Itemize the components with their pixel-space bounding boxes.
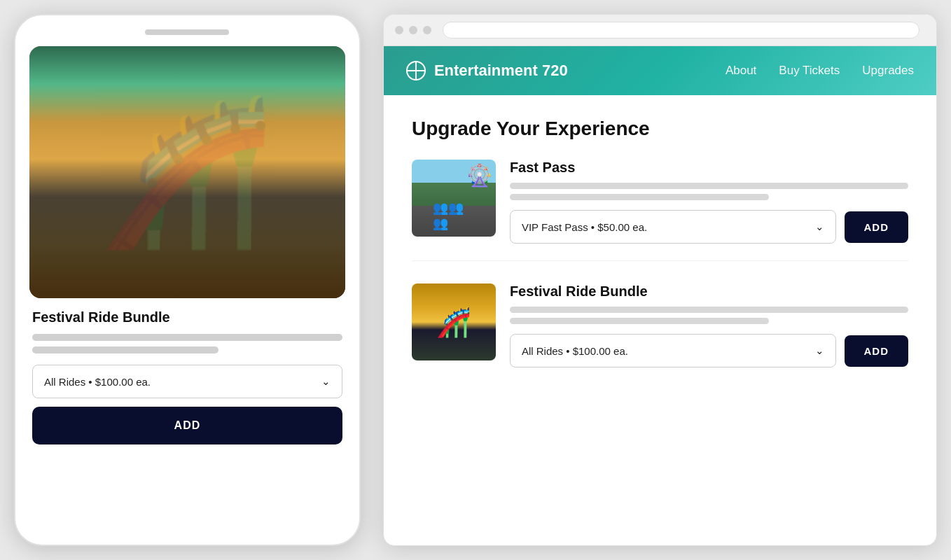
festival-ride-name: Festival Ride Bundle <box>510 284 908 300</box>
chevron-down-icon: ⌄ <box>815 220 824 233</box>
browser-mockup: Entertainment 720 About Buy Tickets Upgr… <box>383 14 937 546</box>
phone-mockup: Festival Ride Bundle All Rides • $100.00… <box>14 14 361 546</box>
phone-dropdown[interactable]: All Rides • $100.00 ea. ⌄ <box>32 365 342 398</box>
fast-pass-desc-line-2 <box>510 194 769 200</box>
nav-link-upgrades[interactable]: Upgrades <box>862 64 914 78</box>
browser-dot-yellow <box>409 26 417 34</box>
phone-desc-line-1 <box>32 334 342 341</box>
app-navbar: Entertainment 720 About Buy Tickets Upgr… <box>384 46 936 95</box>
upgrade-item-fast-pass: Fast Pass VIP Fast Pass • $50.00 ea. ⌄ A… <box>412 160 908 261</box>
fast-pass-dropdown[interactable]: VIP Fast Pass • $50.00 ea. ⌄ <box>510 210 836 244</box>
nav-link-about[interactable]: About <box>726 64 756 78</box>
browser-dot-red <box>395 26 403 34</box>
nav-link-buy-tickets[interactable]: Buy Tickets <box>779 64 840 78</box>
browser-chrome <box>384 15 936 46</box>
browser-dot-green <box>423 26 431 34</box>
globe-icon <box>406 61 426 80</box>
phone-desc-line-2 <box>32 346 218 354</box>
browser-address-bar[interactable] <box>443 22 919 38</box>
fast-pass-details: Fast Pass VIP Fast Pass • $50.00 ea. ⌄ A… <box>510 160 908 244</box>
festival-ride-desc-line-1 <box>510 307 908 313</box>
navbar-brand: Entertainment 720 <box>406 61 568 80</box>
festival-ride-details: Festival Ride Bundle All Rides • $100.00… <box>510 284 908 368</box>
fast-pass-thumbnail <box>412 160 496 237</box>
upgrade-item-festival-ride: Festival Ride Bundle All Rides • $100.00… <box>412 284 908 384</box>
festival-ride-desc-line-2 <box>510 318 769 324</box>
fast-pass-desc-line-1 <box>510 183 908 189</box>
phone-dropdown-value: All Rides • $100.00 ea. <box>44 376 151 388</box>
festival-ride-add-button[interactable]: ADD <box>845 335 909 367</box>
phone-product-content: Festival Ride Bundle All Rides • $100.00… <box>29 298 345 444</box>
fast-pass-add-button[interactable]: ADD <box>845 211 909 243</box>
festival-ride-dropdown[interactable]: All Rides • $100.00 ea. ⌄ <box>510 334 836 368</box>
festival-ride-dropdown-value: All Rides • $100.00 ea. <box>522 345 628 357</box>
chevron-down-icon: ⌄ <box>815 344 824 357</box>
phone-hero-image <box>29 46 345 298</box>
festival-ride-thumbnail <box>412 284 496 360</box>
fast-pass-dropdown-value: VIP Fast Pass • $50.00 ea. <box>522 221 647 233</box>
phone-product-title: Festival Ride Bundle <box>32 309 342 326</box>
festival-ride-controls: All Rides • $100.00 ea. ⌄ ADD <box>510 334 908 368</box>
phone-add-button[interactable]: ADD <box>32 407 342 444</box>
fast-pass-name: Fast Pass <box>510 160 908 176</box>
page-title: Upgrade Your Experience <box>412 118 908 140</box>
fast-pass-controls: VIP Fast Pass • $50.00 ea. ⌄ ADD <box>510 210 908 244</box>
chevron-down-icon: ⌄ <box>321 375 331 388</box>
navbar-brand-text: Entertainment 720 <box>434 62 568 80</box>
main-content: Upgrade Your Experience Fast Pass VIP Fa… <box>384 95 936 429</box>
navbar-links: About Buy Tickets Upgrades <box>726 64 914 78</box>
